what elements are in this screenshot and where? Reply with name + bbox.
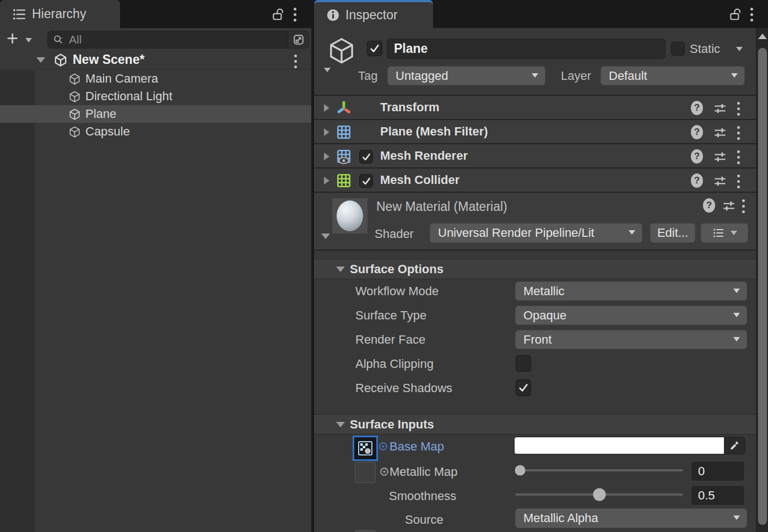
presets-icon[interactable] [713,101,727,116]
help-icon[interactable]: ? [691,173,703,188]
tab-inspector[interactable]: Inspector [314,0,433,28]
source-dropdown[interactable]: Metallic Alpha [515,508,747,528]
help-icon[interactable]: ? [703,198,715,213]
scene-foldout-icon[interactable] [36,57,45,63]
unlock-icon[interactable] [728,7,743,21]
object-picker-icon[interactable] [380,467,389,476]
help-icon[interactable]: ? [691,101,703,115]
static-flags-caret-icon[interactable] [736,47,743,51]
component-title: Plane (Mesh Filter) [380,120,488,143]
shader-edit-button[interactable]: Edit... [650,223,695,243]
hierarchy-item-capsule[interactable]: Capsule [0,123,311,140]
scene-header-row[interactable]: New Scene* [0,51,311,69]
surface-options-header[interactable]: Surface Options [314,259,756,279]
metallic-slider[interactable] [515,469,683,471]
alpha-clipping-checkbox[interactable] [516,355,531,372]
material-properties-menu-button[interactable] [701,223,748,243]
hierarchy-item-plane[interactable]: Plane [0,105,311,123]
help-icon[interactable]: ? [691,125,703,139]
component-header-transform[interactable]: Transform ? [314,95,756,119]
add-object-caret-icon[interactable] [25,38,32,42]
metallic-value-field[interactable]: 0 [691,461,745,481]
foldout-icon[interactable] [324,177,329,184]
layer-value: Default [609,69,647,83]
gameobject-icon-caret[interactable] [324,68,331,72]
hierarchy-menu-icon[interactable] [294,8,296,21]
base-map-texture-slot[interactable] [353,436,378,461]
eyedropper-button[interactable] [724,437,745,454]
component-menu-icon[interactable] [737,126,740,140]
foldout-icon[interactable] [324,153,329,160]
open-search-window-button[interactable] [288,31,309,48]
component-enabled-checkbox[interactable] [359,174,373,188]
search-field[interactable] [47,31,309,48]
info-icon [326,8,340,22]
base-map-color-swatch[interactable] [515,437,724,454]
next-texture-slot-sliver [355,530,376,532]
scrollbar-thumb[interactable] [758,48,767,525]
inspector-tab-label: Inspector [345,8,398,23]
receive-shadows-label: Receive Shadows [355,381,452,395]
smoothness-slider[interactable] [515,493,683,496]
foldout-icon[interactable] [324,128,329,136]
scene-menu-icon[interactable] [294,55,297,68]
active-checkbox[interactable] [367,41,382,56]
layer-dropdown[interactable]: Default [601,66,745,85]
base-map-color-field[interactable] [514,437,745,454]
component-title: Transform [380,96,440,119]
smoothness-slider-handle[interactable] [593,488,605,501]
hierarchy-item-directional-light[interactable]: Directional Light [0,88,311,105]
component-menu-icon[interactable] [737,175,740,188]
presets-icon[interactable] [722,199,736,213]
open-search-window-icon [293,34,305,46]
shader-value: Universal Render Pipeline/Lit [438,226,594,240]
hierarchy-item-main-camera[interactable]: Main Camera [0,70,311,88]
unity-logo-icon [53,53,68,67]
surface-type-dropdown[interactable]: Opaque [515,306,747,325]
workflow-mode-dropdown[interactable]: Metallic [515,281,747,301]
foldout-icon[interactable] [324,104,329,112]
surface-inputs-title: Surface Inputs [350,417,434,432]
material-menu-icon[interactable] [742,199,745,213]
gameobject-cube-icon [68,108,81,121]
inspector-menu-icon[interactable] [750,8,753,21]
component-header-mesh-collider[interactable]: Mesh Collider ? [314,167,756,192]
surface-inputs-header[interactable]: Surface Inputs [314,414,756,435]
base-map-label[interactable]: Base Map [390,439,444,454]
static-checkbox[interactable] [671,42,685,56]
smoothness-value-field[interactable]: 0.5 [691,485,745,506]
gameobject-name-field[interactable] [387,39,666,59]
metallic-map-texture-slot[interactable] [355,462,376,483]
scroll-up-arrow-icon[interactable] [758,34,767,39]
inspector-scrollbar[interactable] [756,28,768,532]
surface-options-foldout-icon[interactable] [336,267,345,272]
metallic-slider-handle[interactable] [515,465,526,476]
presets-icon[interactable] [713,126,727,140]
inspector-tabbar: Inspector [314,0,768,28]
component-header-mesh-renderer[interactable]: Mesh Renderer ? [314,143,756,167]
surface-inputs-foldout-icon[interactable] [336,422,345,427]
component-menu-icon[interactable] [737,150,740,164]
receive-shadows-checkbox[interactable] [516,379,531,396]
component-header-mesh-filter[interactable]: Plane (Mesh Filter) ? [314,119,756,143]
material-preview-thumbnail[interactable] [332,198,367,234]
add-object-button[interactable]: + [7,27,18,50]
render-face-dropdown[interactable]: Front [515,330,747,349]
tab-hierarchy[interactable]: Hierarchy [0,0,120,28]
search-input[interactable] [69,33,288,46]
presets-icon[interactable] [713,150,727,164]
component-menu-icon[interactable] [737,102,740,116]
object-picker-icon[interactable] [378,442,388,451]
unlock-icon[interactable] [271,7,285,21]
help-icon[interactable]: ? [691,149,703,164]
hierarchy-toolbar: + [0,28,311,51]
material-foldout-icon[interactable] [321,234,330,239]
tag-dropdown[interactable]: Untagged [387,66,545,85]
surface-type-value: Opaque [523,308,566,323]
presets-icon[interactable] [713,174,727,188]
shader-dropdown[interactable]: Universal Render Pipeline/Lit [430,223,642,243]
smoothness-label: Smoothness [389,489,456,503]
material-sphere-preview [337,200,363,231]
component-enabled-checkbox[interactable] [359,150,373,164]
workflow-mode-value: Metallic [523,284,565,298]
